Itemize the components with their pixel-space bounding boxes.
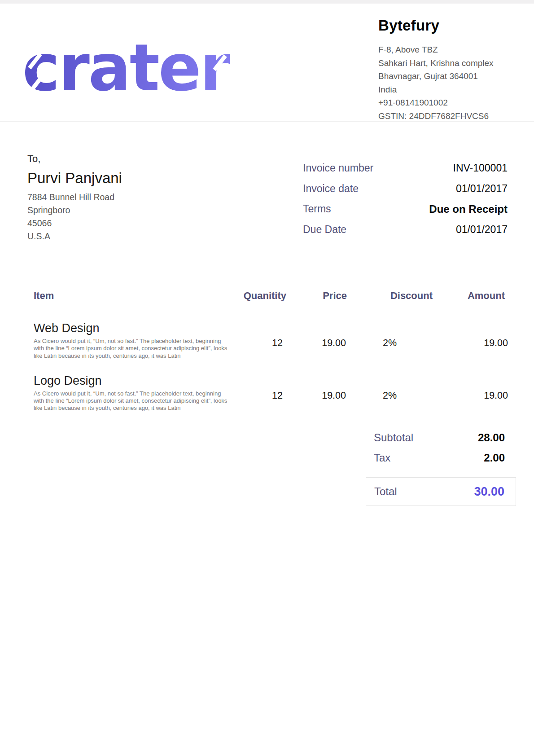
top-strip	[0, 0, 534, 4]
tax-label: Tax	[374, 452, 390, 464]
company-phone: +91-08141901002	[378, 96, 526, 110]
terms-value: Due on Receipt	[429, 203, 508, 215]
item-name: Web Design	[34, 321, 232, 335]
terms-row: Terms Due on Receipt	[303, 199, 508, 220]
items-divider	[26, 415, 508, 415]
company-block: Bytefury F-8, Above TBZ Sahkari Hart, Kr…	[378, 17, 526, 123]
item-quantity: 12	[232, 307, 286, 360]
due-date-value: 01/01/2017	[456, 224, 508, 236]
company-name: Bytefury	[378, 17, 526, 34]
due-date-label: Due Date	[303, 224, 346, 236]
invoice-date-value: 01/01/2017	[456, 183, 508, 195]
invoice-date-row: Invoice date 01/01/2017	[303, 179, 508, 199]
invoice-page: crater Bytefury F-8, Above TBZ Sahkari H…	[0, 0, 534, 756]
total-label: Total	[374, 485, 397, 498]
customer-name: Purvi Panjvani	[27, 169, 122, 187]
customer-address-line: 7884 Bunnel Hill Road	[27, 191, 122, 204]
item-description: As Cicero would put it, “Um, not so fast…	[34, 390, 232, 412]
terms-label: Terms	[303, 203, 331, 215]
customer-address-line: U.S.A	[27, 230, 122, 243]
items-table: Item Quanitity Price Discount Amount Web…	[26, 290, 508, 412]
subtotal-label: Subtotal	[374, 431, 413, 444]
item-name: Logo Design	[34, 374, 232, 388]
customer-address-line: Springboro	[27, 204, 122, 217]
item-row: Web Design As Cicero would put it, “Um, …	[26, 307, 508, 360]
crater-logo: crater	[22, 40, 230, 98]
company-address-line: India	[378, 83, 526, 97]
company-address-line: F-8, Above TBZ	[378, 43, 526, 57]
quantity-column-header: Quanitity	[232, 290, 286, 307]
subtotal-row: Subtotal 28.00	[366, 427, 516, 448]
total-value: 30.00	[474, 485, 504, 499]
item-column-header: Item	[26, 290, 232, 307]
discount-column-header: Discount	[347, 290, 433, 307]
company-address-line: Sahkari Hart, Krishna complex	[378, 57, 526, 70]
item-price: 19.00	[286, 360, 347, 412]
company-gstin: GSTIN: 24DDF7682FHVCS6	[378, 110, 526, 123]
totals-section: Subtotal 28.00 Tax 2.00 Total 30.00	[366, 427, 516, 506]
item-discount: 2%	[347, 307, 433, 360]
invoice-number-label: Invoice number	[303, 162, 373, 174]
bill-to-prefix: To,	[27, 153, 122, 165]
total-box: Total 30.00	[366, 477, 516, 506]
item-discount: 2%	[347, 360, 433, 412]
price-column-header: Price	[286, 290, 347, 307]
crater-logo-text: crater	[22, 40, 230, 98]
item-description: As Cicero would put it, “Um, not so fast…	[34, 338, 232, 360]
item-row: Logo Design As Cicero would put it, “Um,…	[26, 360, 508, 412]
subtotal-value: 28.00	[478, 431, 505, 444]
item-price: 19.00	[286, 307, 347, 360]
amount-column-header: Amount	[433, 290, 508, 307]
invoice-meta: Invoice number INV-100001 Invoice date 0…	[303, 158, 508, 240]
item-amount: 19.00	[433, 307, 508, 360]
item-quantity: 12	[232, 360, 286, 412]
due-date-row: Due Date 01/01/2017	[303, 220, 508, 240]
invoice-number-value: INV-100001	[453, 162, 508, 174]
tax-value: 2.00	[484, 452, 505, 464]
item-amount: 19.00	[433, 360, 508, 412]
customer-address-line: 45066	[27, 217, 122, 230]
company-address-line: Bhavnagar, Gujrat 364001	[378, 70, 526, 83]
items-table-section: Item Quanitity Price Discount Amount Web…	[26, 290, 508, 415]
header-divider	[0, 121, 534, 122]
invoice-date-label: Invoice date	[303, 183, 359, 195]
items-header-row: Item Quanitity Price Discount Amount	[26, 290, 508, 307]
bill-to-block: To, Purvi Panjvani 7884 Bunnel Hill Road…	[27, 153, 122, 243]
crater-logo-svg: crater	[22, 40, 230, 98]
invoice-number-row: Invoice number INV-100001	[303, 158, 508, 179]
tax-row: Tax 2.00	[366, 448, 516, 468]
